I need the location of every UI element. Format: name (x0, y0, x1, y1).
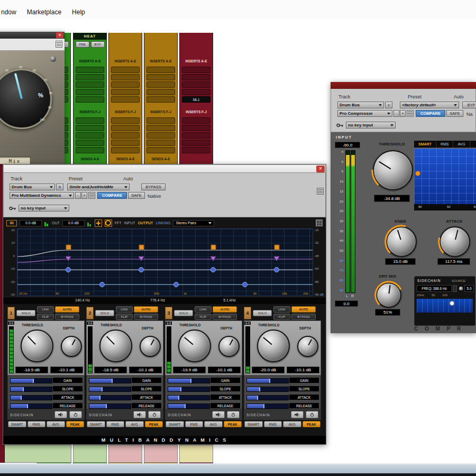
insert-slot-ml1[interactable]: ML1 (182, 96, 210, 103)
insert-slot[interactable] (76, 74, 104, 80)
band-solo-button[interactable]: SOLO (95, 310, 114, 316)
crossover-value[interactable]: 140.4 Hz (75, 298, 90, 302)
key-input-selector[interactable]: no key input (19, 205, 69, 212)
tab-rms[interactable]: RMS (436, 141, 454, 148)
insert-slot[interactable] (111, 67, 140, 73)
band-depth-value[interactable]: -10.1 dB (208, 367, 241, 373)
insert-slot[interactable] (76, 132, 104, 139)
compare-minus-button[interactable]: - (75, 192, 81, 199)
band-threshold-knob[interactable] (99, 329, 132, 362)
ratio-curve[interactable] (17, 259, 313, 262)
bypass-button[interactable]: BYPASS (141, 184, 166, 190)
band-threshold-knob[interactable] (257, 329, 290, 362)
peak-button[interactable]: PEAK (145, 421, 163, 427)
band-threshold-knob[interactable] (178, 329, 211, 362)
heat-pre-button[interactable]: PRE (76, 41, 89, 48)
power-icon[interactable] (306, 411, 318, 418)
out-value[interactable]: 0.0 dB (62, 220, 85, 226)
insert-slot[interactable] (147, 132, 175, 139)
avg-button[interactable]: AVG (125, 421, 144, 427)
insert-slot[interactable] (182, 132, 210, 139)
smart-button[interactable]: SMART (8, 421, 26, 427)
band-flip-button[interactable]: FLIP (195, 314, 212, 320)
heat-byp-button[interactable]: BYP (91, 41, 105, 48)
compare-plus-button[interactable]: + (81, 192, 87, 199)
power-icon[interactable] (148, 411, 161, 418)
slope-slider[interactable] (89, 387, 131, 392)
rms-button[interactable]: RMS (28, 421, 46, 427)
channel-letter-button[interactable]: b (56, 184, 63, 190)
compressor-graph[interactable] (414, 149, 476, 204)
knee-knob[interactable] (386, 226, 417, 257)
mix-value-display[interactable]: Mix (0, 157, 31, 164)
freq-stepper[interactable] (453, 285, 457, 292)
in-value[interactable]: 0.0 dB (20, 220, 42, 226)
band-threshold-value[interactable]: -20.0 dB (252, 367, 285, 373)
band-solo-button[interactable]: SOLO (174, 310, 193, 316)
band-flip-button[interactable]: FLIP (273, 314, 290, 320)
insert-slot[interactable] (182, 67, 210, 73)
insert-slot[interactable] (111, 81, 140, 88)
band-link-button[interactable]: LINK (37, 306, 54, 313)
attack-slider[interactable] (10, 395, 52, 400)
threshold-knob[interactable] (373, 150, 413, 190)
avg-button[interactable]: AVG (283, 421, 301, 427)
compare-plus-button[interactable]: + (400, 110, 406, 117)
sidechain-freq[interactable]: FREQ: 388.6 Hz (417, 285, 452, 292)
band-depth-value[interactable]: -10.1 dB (287, 367, 319, 373)
grid-view-icon[interactable] (316, 219, 323, 226)
release-slider[interactable] (246, 404, 289, 409)
input-value[interactable]: -90.0 (335, 142, 360, 148)
rms-button[interactable]: RMS (264, 421, 282, 427)
gain-slider[interactable] (246, 378, 289, 383)
insert-slot[interactable] (111, 96, 140, 103)
output-display-toggle[interactable]: OUTPUT (138, 221, 153, 225)
band-depth-value[interactable]: -10.1 dB (129, 367, 162, 373)
rms-button[interactable]: RMS (106, 421, 125, 427)
insert-slot[interactable] (76, 81, 104, 88)
insert-slot[interactable] (147, 89, 175, 95)
insert-slot[interactable] (147, 117, 175, 124)
band-auto-button[interactable]: AUTO (291, 306, 316, 313)
knee-value[interactable]: 15.0 dB (385, 258, 416, 265)
input-display-toggle[interactable]: INPUT (124, 221, 135, 225)
band-depth-knob[interactable] (218, 336, 240, 357)
insert-slot[interactable] (147, 81, 175, 88)
band-threshold-value[interactable]: -18.5 dB (15, 367, 48, 373)
sidechain-filter-display[interactable] (417, 299, 473, 313)
insert-slot[interactable] (182, 140, 210, 146)
release-slider[interactable] (10, 404, 52, 409)
band-bypass-button[interactable]: BYPASS (213, 314, 237, 320)
bypass-button[interactable]: BYP (462, 102, 476, 108)
insert-slot[interactable] (147, 74, 175, 80)
tab-smart[interactable]: SMART (414, 141, 436, 148)
band-bypass-button[interactable]: BYPASS (134, 314, 158, 320)
bands-graph[interactable]: 20 Hz 50 100 500 1k 5k 10k 20k (17, 228, 313, 296)
safe-button[interactable]: SAFE (128, 192, 145, 199)
menu-help[interactable]: Help (72, 8, 85, 16)
preset-selector[interactable]: Smile andJustHoldMe (67, 184, 130, 190)
insert-slot[interactable] (76, 89, 104, 95)
insert-slot[interactable] (76, 117, 104, 124)
q-knob-icon[interactable] (459, 287, 463, 290)
band-link-button[interactable]: LINK (116, 306, 133, 313)
band-depth-knob[interactable] (61, 336, 82, 357)
insert-slot[interactable] (76, 67, 104, 73)
preset-selector[interactable]: <factory default> (400, 102, 459, 108)
insert-slot[interactable] (147, 125, 175, 131)
dry-mix-value[interactable]: 51% (375, 309, 400, 316)
close-icon[interactable]: × (56, 32, 63, 38)
input-bottom-value[interactable]: 0.0 (335, 300, 358, 307)
speaker-icon[interactable] (291, 411, 304, 418)
insert-slot[interactable] (182, 81, 210, 88)
channel-letter-button[interactable]: c (385, 102, 392, 108)
smart-button[interactable]: SMART (87, 421, 105, 427)
insert-slot[interactable] (76, 125, 104, 131)
attack-slider[interactable] (89, 395, 131, 400)
band-link-button[interactable]: LINK (273, 306, 290, 313)
peak-button[interactable]: PEAK (303, 421, 321, 427)
insert-slot[interactable] (182, 89, 210, 95)
band-depth-value[interactable]: -10.1 dB (50, 367, 83, 373)
band-bypass-button[interactable]: BYPASS (291, 314, 316, 320)
filter-handle[interactable] (450, 301, 454, 306)
